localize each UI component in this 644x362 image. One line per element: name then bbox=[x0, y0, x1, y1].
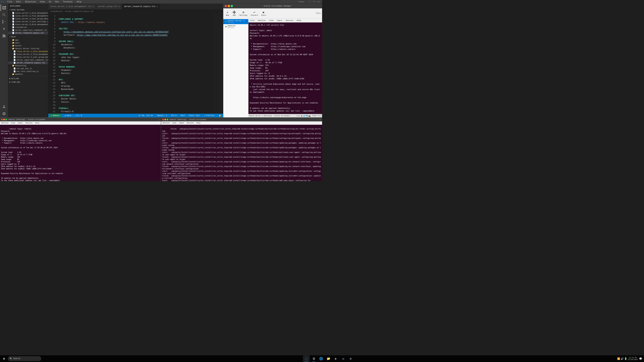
vbox-menu-help[interactable]: Help bbox=[296, 19, 302, 22]
vbox-menu-view[interactable]: View bbox=[268, 19, 274, 22]
close-btn[interactable]: ✕ bbox=[317, 0, 321, 3]
sidebar-file-1[interactable]: 📄 linux_server_1_disk_management.txt bbox=[8, 11, 48, 14]
tab-server-research[interactable]: server_research_topics.txt ✕ bbox=[122, 4, 160, 9]
tab-close-3[interactable]: ✕ bbox=[156, 5, 158, 8]
sidebar-open-header[interactable]: ▾ OPEN EDITORS bbox=[8, 8, 48, 11]
menu-help[interactable]: Help bbox=[76, 0, 82, 3]
menu-edit[interactable]: Edit bbox=[15, 0, 22, 3]
encoding-indicator[interactable]: UTF-8 bbox=[170, 114, 177, 116]
bottom-vm-right-terminal[interactable]: finish: subiquity/Install/install/curtin… bbox=[161, 125, 322, 181]
sidebar-timeline-header[interactable]: ▶ TIMELINE bbox=[8, 80, 48, 84]
bvl-menu-view[interactable]: View bbox=[10, 122, 16, 124]
activity-run-debug[interactable] bbox=[1, 25, 8, 32]
notifications[interactable]: 🔔 bbox=[218, 114, 222, 117]
git-branch[interactable]: ⎇ main bbox=[64, 114, 72, 117]
vbox-discard-btn[interactable]: ↩ Discard bbox=[250, 10, 259, 17]
bottom-vm-left-terminal[interactable]: remote1 login: remote1 Password: Welcome… bbox=[0, 125, 161, 181]
sidebar-file-4[interactable]: 📄 linux_server_4_user_settings.txt bbox=[8, 20, 48, 23]
sidebar-outline-header[interactable]: ▶ OUTLINE bbox=[8, 77, 48, 80]
activity-source-control[interactable] bbox=[1, 18, 8, 25]
line-col[interactable]: Ln 86, Col 54 bbox=[138, 114, 154, 116]
bvr-menu-view[interactable]: View bbox=[172, 122, 177, 124]
vbox-new-btn[interactable]: ✦ New bbox=[224, 10, 230, 17]
vbox-add-btn[interactable]: ➕ Add bbox=[231, 10, 237, 17]
spaces-indicator[interactable]: Spaces: 4 bbox=[156, 114, 168, 116]
sidebar-lsf-1[interactable]: 📄 linux_server_1_disk_management.txt bbox=[8, 50, 48, 53]
maximize-btn[interactable]: □ bbox=[312, 0, 316, 3]
sidebar-proj-docker[interactable]: 📁 Docker bbox=[8, 44, 48, 47]
sidebar-lsf-3[interactable]: 📄 linux_server_3_user_group_manage.. bbox=[8, 56, 48, 58]
eol-indicator[interactable]: CRLF bbox=[180, 114, 186, 116]
sidebar-webapp[interactable]: 📁 WebAPIs bbox=[8, 73, 48, 76]
sidebar-file-2[interactable]: 📄 linux_server_2_file_management.txt bbox=[8, 14, 48, 17]
vm-icon-mouse[interactable]: 🖱 bbox=[298, 115, 300, 117]
minimize-btn[interactable]: ─ bbox=[308, 0, 312, 3]
activity-settings[interactable] bbox=[1, 110, 8, 117]
code-editor[interactable]: COMPLIANCE & SUPPORT: UBUNTU PRO: - http… bbox=[57, 13, 213, 114]
activity-search[interactable] bbox=[1, 11, 8, 18]
sidebar-server-important[interactable]: 📄 server_important_commands.txt bbox=[8, 58, 48, 61]
activity-accounts[interactable] bbox=[1, 103, 8, 110]
breadcrumb-root[interactable]: LinuxServer bbox=[50, 10, 62, 12]
sidebar-file-5[interactable]: 📄 linux_server_5_disk_management.txt bbox=[8, 23, 48, 26]
vm-icon-disk[interactable]: 💾 bbox=[306, 115, 308, 117]
bvr-panel-close[interactable]: ✕ bbox=[320, 118, 321, 121]
sidebar-server-research-active[interactable]: 📄 server_research_topics.txt bbox=[8, 61, 48, 64]
bvr-menu-devices[interactable]: Devices bbox=[186, 122, 194, 124]
vm-ubuntu-server-1[interactable]: Ubuntu Server 1 Running bbox=[223, 19, 248, 24]
vbox-max-btn[interactable] bbox=[231, 5, 233, 7]
bvr-menu-input[interactable]: Input bbox=[178, 122, 185, 124]
menu-terminal[interactable]: Terminal bbox=[62, 0, 74, 3]
activity-explorer[interactable] bbox=[1, 4, 8, 11]
menu-file[interactable]: File bbox=[6, 0, 13, 3]
vm-icon-keyboard[interactable]: ⌨ bbox=[296, 115, 298, 117]
sidebar-proj-data[interactable]: 📁 data bbox=[8, 41, 48, 44]
menu-run[interactable]: Run bbox=[54, 0, 60, 3]
bvl-max[interactable] bbox=[5, 119, 7, 120]
bvr-min[interactable] bbox=[164, 119, 166, 120]
prettier-indicator[interactable]: ✓ Prettier bbox=[204, 114, 216, 117]
sidebar-sec-api[interactable]: 📄 sec_api_key.js bbox=[8, 67, 48, 70]
breadcrumb-file[interactable]: server_research_topics.txt bbox=[65, 10, 94, 12]
sidebar-file-6[interactable]: 📄 LinuxServer bbox=[8, 26, 48, 29]
vm-remote2[interactable]: Remote2 Running bbox=[223, 24, 248, 29]
sidebar-sec-rate[interactable]: 📄 sec_rate_limiting.js bbox=[8, 70, 48, 73]
bvl-menu-help[interactable]: Help bbox=[34, 122, 40, 124]
vm-icon-usb[interactable]: 🔌 bbox=[300, 115, 302, 117]
bvl-menu-machine[interactable]: Machine bbox=[1, 122, 9, 124]
vbox-menu-devices[interactable]: Devices bbox=[285, 19, 294, 22]
remote-status[interactable]: ⚡ Remote bbox=[50, 114, 61, 117]
tab-server-setup[interactable]: server_setup.txt ✕ bbox=[96, 4, 122, 9]
vbox-min-btn[interactable] bbox=[228, 5, 230, 7]
vbox-close-btn[interactable] bbox=[224, 5, 227, 7]
bvl-close[interactable] bbox=[1, 119, 3, 120]
vm-icon-snapshot[interactable]: 📷 bbox=[308, 115, 311, 117]
vbox-terminal-display[interactable]: Ubuntu 24.04.1 LTS server1 tty1 server1 … bbox=[248, 22, 322, 114]
vbox-menu-file[interactable]: File bbox=[249, 19, 256, 22]
bvr-menu-help[interactable]: Help bbox=[196, 122, 201, 124]
bvl-menu-input[interactable]: Input bbox=[17, 122, 24, 124]
sidebar-networking[interactable]: 📁 Networking bbox=[8, 64, 48, 67]
vbox-menu-machine[interactable]: Machine bbox=[257, 19, 266, 22]
vbox-menu-input[interactable]: Input bbox=[276, 19, 283, 22]
bvl-menu-devices[interactable]: Devices bbox=[25, 122, 33, 124]
tab-close-1[interactable]: ✕ bbox=[92, 5, 94, 8]
tab-close-2[interactable]: ✕ bbox=[118, 5, 120, 8]
bvr-max[interactable] bbox=[166, 119, 168, 120]
vbox-settings-btn[interactable]: ⚙ Settings bbox=[238, 10, 249, 17]
bvr-menu-machine[interactable]: Machine bbox=[162, 122, 170, 124]
bvr-close[interactable] bbox=[162, 119, 164, 120]
menu-selection[interactable]: Selection bbox=[24, 0, 37, 3]
activity-extensions[interactable] bbox=[1, 32, 8, 39]
sidebar-file-8-active[interactable]: 📄 server_research_topics.txt bbox=[8, 31, 48, 34]
bvl-min[interactable] bbox=[3, 119, 5, 120]
sidebar-ubuntu-tutorial[interactable]: 📁 Ubuntu Server Tutorial bbox=[8, 47, 48, 50]
sidebar-file-7[interactable]: 📄 server_important_commands.txt bbox=[8, 29, 48, 31]
tab-disk-management[interactable]: linux_server_1_disk_management.txt ✕ bbox=[48, 4, 96, 9]
sidebar-file-3[interactable]: 📄 linux_server_3_user_group_manage... bbox=[8, 17, 48, 20]
sidebar-project-header[interactable]: ▾ RFUP bbox=[8, 35, 48, 38]
sidebar-lsf-2[interactable]: 📄 linux_server_2_file_management.txt bbox=[8, 53, 48, 56]
vm-icon-network[interactable]: 🌐 bbox=[303, 115, 305, 117]
menu-go[interactable]: Go bbox=[48, 0, 52, 3]
error-count[interactable]: ✕ 0 ⚠ 0 bbox=[75, 114, 82, 117]
